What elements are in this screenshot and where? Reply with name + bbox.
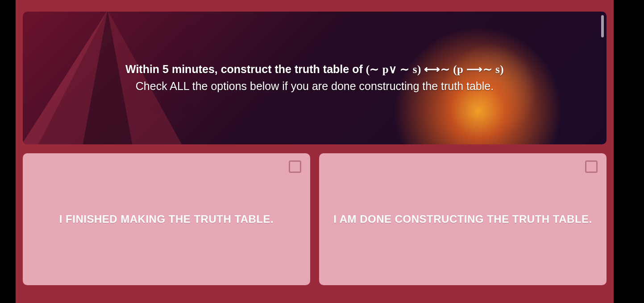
options-row: I FINISHED MAKING THE TRUTH TABLE. I AM … bbox=[23, 153, 607, 285]
option-checkbox-1[interactable] bbox=[289, 160, 301, 173]
tent-illustration bbox=[23, 12, 201, 144]
question-panel: Within 5 minutes, construct the truth ta… bbox=[23, 12, 607, 144]
option-checkbox-2[interactable] bbox=[585, 160, 598, 173]
question-formula: (∼ p∨ ∼ s) ⟷∼ (p ⟶∼ s) bbox=[366, 63, 504, 75]
option-label-2: I AM DONE CONSTRUCTING THE TRUTH TABLE. bbox=[333, 213, 592, 225]
question-line-2: Check ALL the options below if you are d… bbox=[136, 79, 494, 94]
scroll-indicator[interactable] bbox=[601, 15, 604, 37]
question-prefix: Within 5 minutes, construct the truth ta… bbox=[125, 63, 366, 75]
screen: Within 5 minutes, construct the truth ta… bbox=[0, 0, 644, 303]
option-card-2[interactable]: I AM DONE CONSTRUCTING THE TRUTH TABLE. bbox=[319, 153, 607, 285]
option-label-1: I FINISHED MAKING THE TRUTH TABLE. bbox=[59, 213, 274, 225]
app-frame: Within 5 minutes, construct the truth ta… bbox=[16, 0, 614, 303]
question-line-1: Within 5 minutes, construct the truth ta… bbox=[125, 62, 504, 77]
option-card-1[interactable]: I FINISHED MAKING THE TRUTH TABLE. bbox=[23, 153, 310, 285]
